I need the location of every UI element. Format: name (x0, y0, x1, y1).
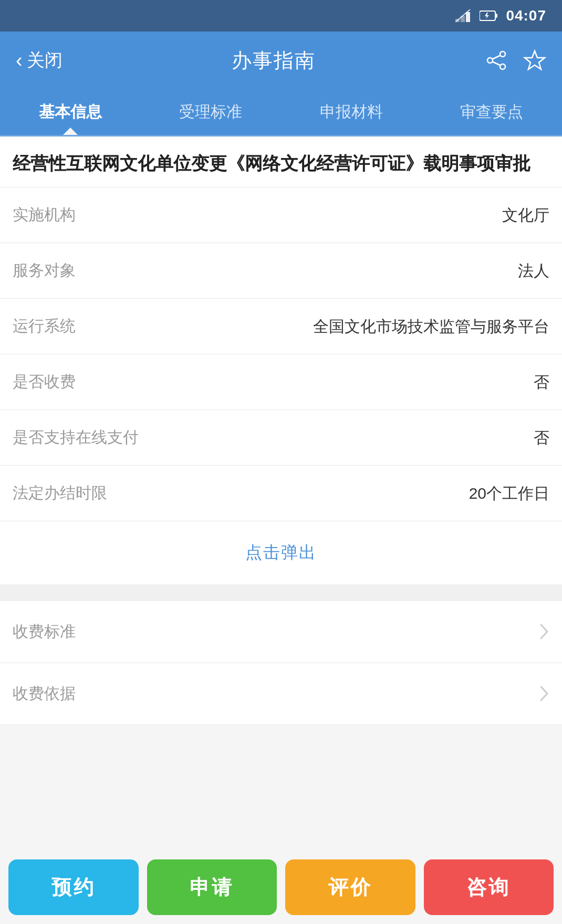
info-row-online-pay: 是否支持在线支付 否 (0, 410, 562, 466)
tab-basic[interactable]: 基本信息 (0, 89, 141, 135)
value-institution: 文化厅 (118, 203, 549, 227)
status-bar: 04:07 (0, 0, 562, 32)
header-title: 办事指南 (232, 47, 316, 74)
page-title: 经营性互联网文化单位变更《网络文化经营许可证》载明事项审批 (13, 151, 549, 176)
tab-review[interactable]: 审查要点 (422, 89, 563, 135)
chevron-right-icon-fee (539, 623, 549, 640)
back-arrow-icon[interactable]: ‹ (16, 49, 23, 72)
label-deadline: 法定办结时限 (13, 482, 107, 504)
header: ‹ 关闭 办事指南 (0, 32, 562, 89)
value-system: 全国文化市场技术监管与服务平台 (118, 314, 549, 338)
reserve-button[interactable]: 预约 (8, 859, 139, 915)
popup-label[interactable]: 点击弹出 (245, 541, 317, 564)
label-fee-standard: 收费标准 (13, 621, 76, 643)
label-institution: 实施机构 (13, 204, 107, 226)
value-service-target: 法人 (118, 259, 549, 282)
value-online-pay: 否 (149, 426, 549, 449)
chevron-right-icon-basis (539, 685, 549, 702)
bottom-bar: 预约 申请 评价 咨询 (0, 850, 562, 924)
label-fee: 是否收费 (13, 371, 107, 393)
popup-row[interactable]: 点击弹出 (0, 521, 562, 589)
tab-standard[interactable]: 受理标准 (141, 89, 282, 135)
secondary-row-fee-standard[interactable]: 收费标准 (0, 601, 562, 663)
svg-marker-6 (485, 13, 489, 19)
signal-icon (455, 9, 472, 22)
svg-line-10 (493, 56, 501, 59)
apply-button[interactable]: 申请 (147, 859, 277, 915)
svg-marker-12 (525, 51, 545, 69)
close-label[interactable]: 关闭 (27, 48, 63, 72)
rate-button[interactable]: 评价 (285, 859, 415, 915)
star-icon[interactable] (523, 49, 546, 72)
secondary-list: 收费标准 收费依据 (0, 601, 562, 725)
label-system: 运行系统 (13, 316, 107, 337)
status-time: 04:07 (506, 7, 546, 24)
header-right (485, 49, 546, 72)
svg-point-8 (487, 58, 493, 63)
consult-button[interactable]: 咨询 (424, 859, 554, 915)
info-list: 实施机构 文化厅 服务对象 法人 运行系统 全国文化市场技术监管与服务平台 是否… (0, 187, 562, 521)
svg-rect-5 (495, 14, 497, 18)
info-row-system: 运行系统 全国文化市场技术监管与服务平台 (0, 299, 562, 354)
info-row-service-target: 服务对象 法人 (0, 243, 562, 299)
svg-point-7 (500, 51, 505, 57)
status-icons: 04:07 (455, 7, 546, 24)
page-title-section: 经营性互联网文化单位变更《网络文化经营许可证》载明事项审批 (0, 136, 562, 187)
info-row-fee: 是否收费 否 (0, 354, 562, 410)
info-row-deadline: 法定办结时限 20个工作日 (0, 466, 562, 521)
svg-line-11 (493, 62, 501, 66)
label-fee-basis: 收费依据 (13, 683, 76, 705)
value-fee: 否 (118, 370, 549, 394)
tab-bar: 基本信息 受理标准 申报材料 审查要点 (0, 89, 562, 136)
tab-materials[interactable]: 申报材料 (281, 89, 422, 135)
label-service-target: 服务对象 (13, 260, 107, 281)
share-icon[interactable] (485, 49, 507, 71)
secondary-row-fee-basis[interactable]: 收费依据 (0, 663, 562, 725)
svg-point-9 (500, 64, 505, 69)
info-row-institution: 实施机构 文化厅 (0, 187, 562, 243)
svg-marker-2 (466, 12, 470, 22)
label-online-pay: 是否支持在线支付 (13, 427, 139, 448)
header-left: ‹ 关闭 (16, 48, 63, 72)
value-deadline: 20个工作日 (118, 481, 549, 505)
section-divider (0, 589, 562, 601)
battery-icon (480, 10, 498, 22)
